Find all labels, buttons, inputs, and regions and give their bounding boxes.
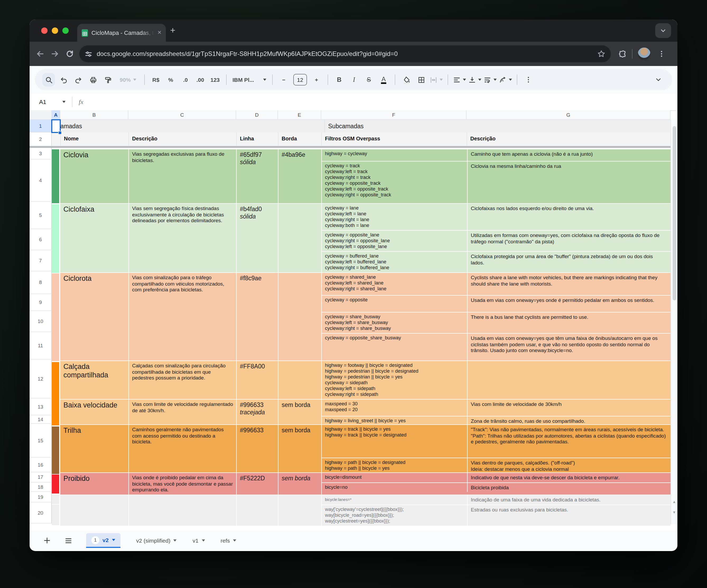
cell-descricao[interactable]: Vias onde é proibido pedalar em cima da … (128, 473, 236, 494)
cell-filtros[interactable]: highway = footway || bicycle = designate… (322, 361, 467, 399)
cell-filtros[interactable]: cycleway = buffered_lane cycleway:left =… (322, 252, 467, 272)
scroll-up-icon[interactable]: ▲ (671, 498, 677, 505)
row-header[interactable]: 19 (30, 492, 52, 502)
row-header[interactable]: 18 (30, 482, 52, 492)
extensions-puzzle-icon[interactable] (618, 49, 627, 58)
row-header[interactable]: 5 (30, 201, 52, 229)
more-options-kebab-icon[interactable] (522, 73, 535, 86)
column-header-a[interactable]: A (52, 110, 60, 120)
row-header[interactable]: 9 (30, 294, 52, 311)
url-bar[interactable]: docs.google.com/spreadsheets/d/1grTpS1Nr… (79, 45, 611, 62)
sheet-tab-caret-icon[interactable] (233, 540, 236, 542)
cell-desc[interactable]: Indicação de uma faixa de uma vida dedic… (467, 495, 671, 504)
name-box-caret[interactable] (62, 101, 66, 103)
vertical-align-icon[interactable] (468, 73, 481, 86)
increase-decimal-button[interactable]: .00 (194, 73, 207, 86)
row-header[interactable]: 8 (30, 271, 52, 294)
browser-menu-kebab-icon[interactable] (658, 50, 665, 58)
horizontal-align-icon[interactable] (453, 73, 466, 86)
cell-desc[interactable]: Usada em vias com oneway=yes onde é perm… (467, 296, 671, 312)
borders-icon[interactable] (415, 73, 428, 86)
row-header[interactable]: 17 (30, 472, 52, 482)
header-nome[interactable]: Nome (60, 133, 128, 146)
cell-borda[interactable]: sem borda (278, 425, 321, 472)
header-descricao-2[interactable]: Descrição (467, 133, 671, 146)
cell-linha[interactable]: #b4fad0sólida (236, 204, 278, 272)
traffic-light-close[interactable] (41, 28, 47, 34)
cell-desc[interactable]: Zona de trânsito calmo, ruas de uso comp… (467, 416, 671, 425)
cell-descricao[interactable]: Vias com sinalização para o tráfego comp… (128, 273, 236, 361)
cell-filtros[interactable]: cycleway = opposite_share_busway (322, 334, 467, 361)
merge-cells-icon[interactable] (430, 73, 443, 86)
cell-nome[interactable] (60, 495, 128, 525)
cell-desc[interactable]: Ciclofaixa protegida por uma área de "bu… (467, 252, 671, 272)
cell-linha[interactable]: #f8c9ae (236, 273, 278, 361)
traffic-light-minimize[interactable] (52, 28, 58, 34)
cell-filtros[interactable]: cycleway = opposite_lane cycleway:right … (322, 231, 467, 251)
cell-filtros[interactable]: maxspeed = 30 maxspeed = 20 (322, 400, 467, 416)
cell-descricao[interactable] (128, 495, 236, 525)
cell-filtros[interactable]: highway = cycleway (322, 149, 467, 161)
cell-filtros[interactable]: bicycle=no (322, 483, 467, 492)
cell-linha[interactable] (236, 495, 278, 525)
cell-descricao[interactable]: Caminhos geralmente não pavimentados com… (128, 425, 236, 472)
cell-desc[interactable]: "Track": Vias não pavimentadas, normalme… (467, 425, 671, 457)
cell-filtros[interactable]: highway = living_street || bicycle = yes (322, 416, 467, 425)
cell-linha[interactable]: #FF8A00 (236, 361, 278, 399)
italic-button[interactable]: I (348, 73, 360, 86)
row-header[interactable]: 16 (30, 457, 52, 472)
cell-filtros[interactable]: bicycle:lanes=* (322, 495, 467, 504)
header-filtros[interactable]: Filtros OSM Overpass (321, 133, 467, 146)
header-descricao[interactable]: Descrição (128, 133, 236, 146)
row-header[interactable]: 12 (30, 360, 52, 398)
reload-icon[interactable] (66, 49, 74, 58)
text-color-button[interactable]: A (381, 76, 386, 84)
profile-avatar[interactable] (638, 47, 650, 60)
select-all-corner[interactable] (30, 110, 52, 120)
cell-filtros[interactable]: cycleway = opposite (322, 296, 467, 312)
column-header-f[interactable]: F (321, 110, 467, 120)
hide-menus-chevron-icon[interactable] (652, 73, 665, 86)
cell-nome[interactable]: Ciclofaixa (60, 204, 128, 272)
sheet-tab-v2-simplified[interactable]: v2 (simplified) (136, 537, 177, 544)
cell-desc[interactable]: Ciclovia na mesma linha/caminho da rua (467, 161, 671, 203)
cell-descricao[interactable]: Calçadas com sinalização para circulação… (128, 361, 236, 399)
cell-linha[interactable]: #F5222D (236, 473, 278, 494)
cell-desc[interactable]: Bicicleta proibida (467, 483, 671, 492)
row-header[interactable]: 3 (30, 148, 52, 159)
cell-borda[interactable]: sem borda (278, 400, 321, 425)
column-header-e[interactable]: E (278, 110, 321, 120)
cell-borda[interactable] (278, 361, 321, 399)
tab-search-button[interactable] (655, 23, 671, 38)
cell-desc[interactable]: Vias com limite de velocidade de 30km/h (467, 400, 671, 416)
row-header[interactable]: 10 (30, 311, 52, 332)
sheet-tab-v1[interactable]: v1 (193, 537, 205, 544)
paint-format-icon[interactable] (101, 73, 114, 86)
column-header-g[interactable]: G (467, 110, 671, 120)
text-rotation-icon[interactable]: A (499, 73, 512, 86)
cell-desc[interactable]: Caminho que tem apenas a ciclovia (não é… (467, 149, 671, 161)
add-sheet-icon[interactable] (43, 537, 51, 544)
row-header[interactable]: 1 (30, 120, 52, 133)
cell-filtros[interactable]: cycleway = track cycleway:left = track c… (322, 161, 467, 203)
sheet-tab-v2[interactable]: 1 v2 (86, 533, 120, 548)
column-header-b[interactable]: B (60, 110, 128, 120)
format-currency-button[interactable]: R$ (149, 73, 162, 86)
font-select[interactable]: IBM Pl... (233, 73, 266, 86)
cell-desc[interactable]: Indicativo de que nesta via deve-se desc… (467, 473, 671, 482)
cell-borda[interactable] (278, 495, 321, 525)
cell-desc[interactable]: There is a bus lane that cyclists are pe… (467, 313, 671, 333)
column-header-c[interactable]: C (128, 110, 236, 120)
row-header[interactable]: 13 (30, 398, 52, 415)
row-header[interactable]: 11 (30, 332, 52, 360)
all-sheets-menu-icon[interactable] (64, 537, 72, 545)
sheet-tab-refs[interactable]: refs (221, 537, 236, 544)
vertical-scrollbar[interactable]: ▲ ▼ (671, 120, 677, 524)
decrease-font-size-button[interactable]: − (277, 73, 290, 86)
row-header[interactable]: 4 (30, 159, 52, 201)
cell-linha[interactable]: #996633 (236, 425, 278, 472)
cell-descricao[interactable]: Vias segregadas exclusivas para fluxo de… (128, 149, 236, 203)
bold-button[interactable]: B (333, 73, 345, 86)
cell-filtros[interactable]: cycleway = share_busway cycleway:left = … (322, 313, 467, 333)
search-icon[interactable] (42, 73, 55, 86)
